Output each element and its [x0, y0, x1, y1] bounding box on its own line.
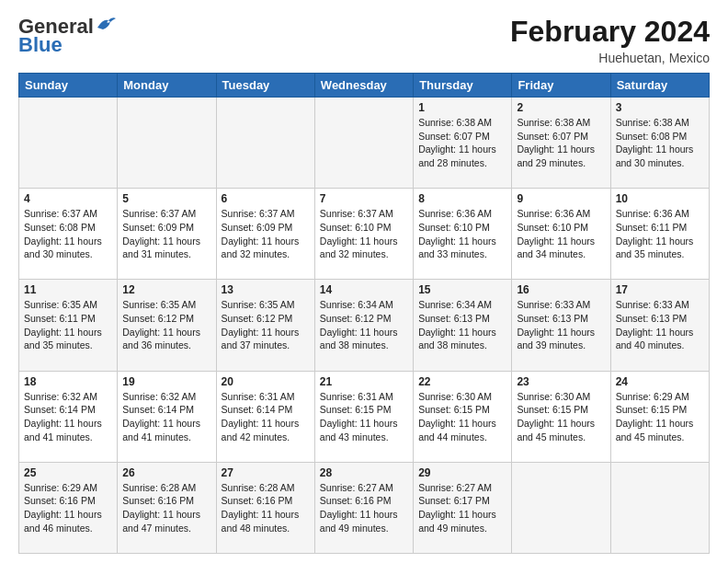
calendar-cell: 8Sunrise: 6:36 AMSunset: 6:10 PMDaylight… [414, 189, 512, 280]
calendar: SundayMondayTuesdayWednesdayThursdayFrid… [18, 73, 710, 554]
day-info: Sunrise: 6:35 AMSunset: 6:12 PMDaylight:… [122, 298, 210, 352]
day-info: Sunrise: 6:38 AMSunset: 6:07 PMDaylight:… [418, 116, 506, 170]
logo-blue: Blue [18, 33, 63, 57]
calendar-cell: 9Sunrise: 6:36 AMSunset: 6:10 PMDaylight… [512, 189, 610, 280]
weekday-header: Sunday [19, 74, 118, 98]
calendar-cell: 5Sunrise: 6:37 AMSunset: 6:09 PMDaylight… [118, 189, 216, 280]
calendar-week-row: 18Sunrise: 6:32 AMSunset: 6:14 PMDayligh… [19, 371, 710, 462]
calendar-cell: 16Sunrise: 6:33 AMSunset: 6:13 PMDayligh… [512, 280, 610, 371]
day-number: 12 [122, 283, 210, 296]
day-info: Sunrise: 6:34 AMSunset: 6:13 PMDaylight:… [418, 298, 506, 352]
day-number: 17 [616, 283, 704, 296]
day-number: 11 [24, 283, 112, 296]
calendar-header: SundayMondayTuesdayWednesdayThursdayFrid… [19, 74, 710, 98]
day-info: Sunrise: 6:29 AMSunset: 6:16 PMDaylight:… [24, 481, 112, 535]
day-info: Sunrise: 6:33 AMSunset: 6:13 PMDaylight:… [616, 298, 704, 352]
calendar-cell: 1Sunrise: 6:38 AMSunset: 6:07 PMDaylight… [414, 98, 512, 189]
weekday-row: SundayMondayTuesdayWednesdayThursdayFrid… [19, 74, 710, 98]
calendar-cell: 4Sunrise: 6:37 AMSunset: 6:08 PMDaylight… [19, 189, 118, 280]
calendar-body: 1Sunrise: 6:38 AMSunset: 6:07 PMDaylight… [19, 98, 710, 554]
day-number: 15 [418, 283, 506, 296]
day-info: Sunrise: 6:38 AMSunset: 6:08 PMDaylight:… [616, 116, 704, 170]
day-info: Sunrise: 6:35 AMSunset: 6:12 PMDaylight:… [222, 298, 310, 352]
day-info: Sunrise: 6:37 AMSunset: 6:08 PMDaylight:… [24, 207, 112, 261]
calendar-cell: 20Sunrise: 6:31 AMSunset: 6:14 PMDayligh… [216, 371, 314, 462]
day-info: Sunrise: 6:29 AMSunset: 6:15 PMDaylight:… [616, 390, 704, 444]
title-section: February 2024 Huehuetan, Mexico [510, 15, 710, 65]
day-number: 28 [320, 466, 408, 479]
day-info: Sunrise: 6:30 AMSunset: 6:15 PMDaylight:… [418, 390, 506, 444]
day-info: Sunrise: 6:37 AMSunset: 6:09 PMDaylight:… [122, 207, 210, 261]
page: General Blue February 2024 Huehuetan, Me… [0, 0, 728, 563]
calendar-cell: 10Sunrise: 6:36 AMSunset: 6:11 PMDayligh… [610, 189, 709, 280]
day-number: 8 [418, 192, 506, 205]
calendar-cell: 27Sunrise: 6:28 AMSunset: 6:16 PMDayligh… [216, 462, 314, 553]
calendar-cell [118, 98, 216, 189]
day-number: 3 [616, 101, 704, 114]
calendar-cell [610, 462, 709, 553]
day-info: Sunrise: 6:38 AMSunset: 6:07 PMDaylight:… [517, 116, 605, 170]
calendar-cell: 13Sunrise: 6:35 AMSunset: 6:12 PMDayligh… [216, 280, 314, 371]
day-info: Sunrise: 6:33 AMSunset: 6:13 PMDaylight:… [517, 298, 605, 352]
calendar-cell: 6Sunrise: 6:37 AMSunset: 6:09 PMDaylight… [216, 189, 314, 280]
calendar-cell [314, 98, 413, 189]
day-info: Sunrise: 6:27 AMSunset: 6:17 PMDaylight:… [418, 481, 506, 535]
day-info: Sunrise: 6:37 AMSunset: 6:09 PMDaylight:… [222, 207, 310, 261]
day-number: 13 [222, 283, 310, 296]
day-info: Sunrise: 6:36 AMSunset: 6:10 PMDaylight:… [517, 207, 605, 261]
day-number: 29 [418, 466, 506, 479]
day-number: 16 [517, 283, 605, 296]
calendar-cell: 19Sunrise: 6:32 AMSunset: 6:14 PMDayligh… [118, 371, 216, 462]
calendar-cell: 26Sunrise: 6:28 AMSunset: 6:16 PMDayligh… [118, 462, 216, 553]
day-number: 1 [418, 101, 506, 114]
day-number: 27 [222, 466, 310, 479]
calendar-week-row: 25Sunrise: 6:29 AMSunset: 6:16 PMDayligh… [19, 462, 710, 553]
calendar-week-row: 11Sunrise: 6:35 AMSunset: 6:11 PMDayligh… [19, 280, 710, 371]
weekday-header: Thursday [414, 74, 512, 98]
calendar-cell: 15Sunrise: 6:34 AMSunset: 6:13 PMDayligh… [414, 280, 512, 371]
day-number: 22 [418, 375, 506, 388]
location: Huehuetan, Mexico [510, 51, 710, 65]
day-number: 9 [517, 192, 605, 205]
calendar-cell [216, 98, 314, 189]
day-info: Sunrise: 6:32 AMSunset: 6:14 PMDaylight:… [122, 390, 210, 444]
day-info: Sunrise: 6:27 AMSunset: 6:16 PMDaylight:… [320, 481, 408, 535]
day-number: 10 [616, 192, 704, 205]
header: General Blue February 2024 Huehuetan, Me… [18, 15, 710, 65]
calendar-cell: 14Sunrise: 6:34 AMSunset: 6:12 PMDayligh… [314, 280, 413, 371]
day-number: 23 [517, 375, 605, 388]
day-number: 5 [122, 192, 210, 205]
day-info: Sunrise: 6:28 AMSunset: 6:16 PMDaylight:… [122, 481, 210, 535]
day-info: Sunrise: 6:37 AMSunset: 6:10 PMDaylight:… [320, 207, 408, 261]
calendar-cell: 28Sunrise: 6:27 AMSunset: 6:16 PMDayligh… [314, 462, 413, 553]
weekday-header: Friday [512, 74, 610, 98]
day-info: Sunrise: 6:28 AMSunset: 6:16 PMDaylight:… [222, 481, 310, 535]
calendar-cell [19, 98, 118, 189]
day-info: Sunrise: 6:36 AMSunset: 6:10 PMDaylight:… [418, 207, 506, 261]
day-number: 21 [320, 375, 408, 388]
calendar-cell: 12Sunrise: 6:35 AMSunset: 6:12 PMDayligh… [118, 280, 216, 371]
day-info: Sunrise: 6:31 AMSunset: 6:14 PMDaylight:… [222, 390, 310, 444]
day-number: 20 [222, 375, 310, 388]
logo: General Blue [18, 15, 116, 57]
day-info: Sunrise: 6:31 AMSunset: 6:15 PMDaylight:… [320, 390, 408, 444]
day-number: 4 [24, 192, 112, 205]
calendar-cell: 18Sunrise: 6:32 AMSunset: 6:14 PMDayligh… [19, 371, 118, 462]
day-number: 25 [24, 466, 112, 479]
day-info: Sunrise: 6:30 AMSunset: 6:15 PMDaylight:… [517, 390, 605, 444]
weekday-header: Monday [118, 74, 216, 98]
day-info: Sunrise: 6:32 AMSunset: 6:14 PMDaylight:… [24, 390, 112, 444]
day-number: 26 [122, 466, 210, 479]
calendar-week-row: 4Sunrise: 6:37 AMSunset: 6:08 PMDaylight… [19, 189, 710, 280]
calendar-cell [512, 462, 610, 553]
calendar-cell: 7Sunrise: 6:37 AMSunset: 6:10 PMDaylight… [314, 189, 413, 280]
calendar-table: SundayMondayTuesdayWednesdayThursdayFrid… [18, 73, 710, 554]
weekday-header: Tuesday [216, 74, 314, 98]
calendar-cell: 23Sunrise: 6:30 AMSunset: 6:15 PMDayligh… [512, 371, 610, 462]
day-number: 19 [122, 375, 210, 388]
weekday-header: Wednesday [314, 74, 413, 98]
day-number: 7 [320, 192, 408, 205]
day-info: Sunrise: 6:34 AMSunset: 6:12 PMDaylight:… [320, 298, 408, 352]
day-number: 2 [517, 101, 605, 114]
calendar-cell: 17Sunrise: 6:33 AMSunset: 6:13 PMDayligh… [610, 280, 709, 371]
